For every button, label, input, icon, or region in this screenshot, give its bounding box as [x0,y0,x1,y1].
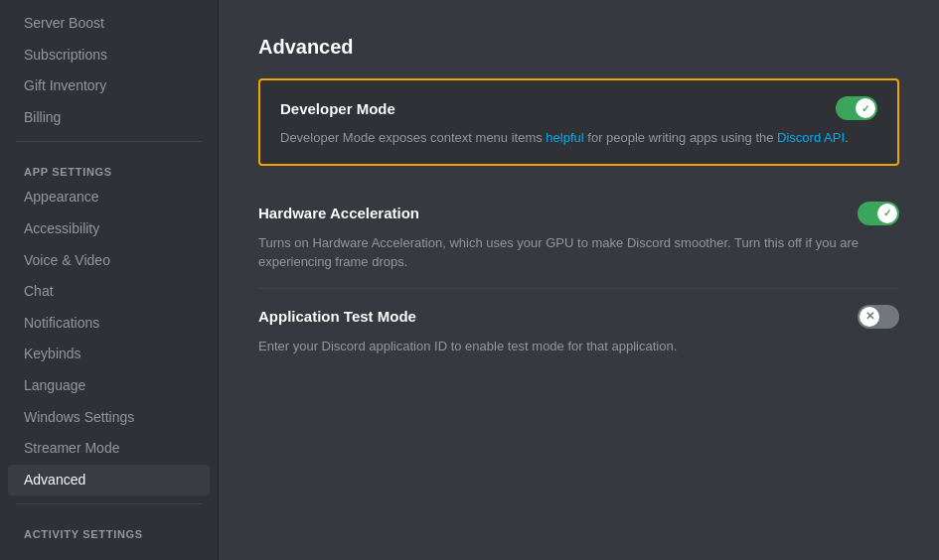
sidebar-item-label: Accessibility [24,219,99,239]
sidebar-item-label: Appearance [24,188,99,208]
application-test-mode-toggle[interactable]: ✕ [858,305,899,329]
desc-link-discord-api[interactable]: Discord API [777,130,845,145]
sidebar-item-label: Advanced [24,471,85,490]
sidebar: Server Boost Subscriptions Gift Inventor… [0,0,219,560]
sidebar-item-label: Keybinds [24,345,81,364]
desc-plain: Developer Mode exposes context menu item… [280,130,546,145]
application-test-mode-name: Application Test Mode [258,308,416,325]
check-icon: ✓ [861,103,869,114]
hardware-acceleration-desc: Turns on Hardware Acceleration, which us… [258,233,899,272]
sidebar-item-label: Streamer Mode [24,439,119,459]
application-test-mode-card: Application Test Mode ✕ Enter your Disco… [258,289,899,372]
sidebar-divider-2 [16,503,202,504]
desc-end: . [845,130,849,145]
toggle-knob-3: ✕ [860,307,879,327]
sidebar-item-label: Chat [24,282,54,302]
sidebar-item-billing[interactable]: Billing [8,102,210,134]
activity-settings-label: ACTIVITY SETTINGS [0,512,218,544]
toggle-knob: ✓ [856,98,875,118]
sidebar-item-label: Notifications [24,314,99,334]
sidebar-item-windows-settings[interactable]: Windows Settings [8,402,210,434]
hardware-acceleration-toggle[interactable]: ✓ [858,202,899,225]
desc-link-helpful[interactable]: helpful [546,130,583,145]
developer-mode-card: Developer Mode ✓ Developer Mode exposes … [258,78,899,166]
sidebar-item-label: Subscriptions [24,46,107,66]
developer-mode-row: Developer Mode ✓ [280,96,877,120]
sidebar-item-label: Server Boost [24,14,104,34]
sidebar-item-streamer-mode[interactable]: Streamer Mode [8,433,210,465]
sidebar-item-subscriptions[interactable]: Subscriptions [8,40,210,71]
sidebar-item-notifications[interactable]: Notifications [8,308,210,340]
toggle-knob-2: ✓ [877,204,897,223]
check-icon-2: ✓ [883,208,891,218]
sidebar-item-label: Language [24,376,85,396]
sidebar-divider [16,141,202,142]
hardware-acceleration-name: Hardware Acceleration [258,205,419,221]
application-test-mode-row: Application Test Mode ✕ [258,305,899,329]
sidebar-item-server-boost[interactable]: Server Boost [8,8,210,40]
sidebar-item-label: Windows Settings [24,408,134,428]
page-title: Advanced [258,36,899,59]
sidebar-item-appearance[interactable]: Appearance [8,182,210,213]
desc-mid: for people writing apps using the [584,130,777,145]
sidebar-item-label: Voice & Video [24,251,110,271]
sidebar-item-gift-inventory[interactable]: Gift Inventory [8,70,210,102]
developer-mode-desc: Developer Mode exposes context menu item… [280,128,877,148]
sidebar-item-keybinds[interactable]: Keybinds [8,339,210,370]
developer-mode-name: Developer Mode [280,100,395,117]
sidebar-item-chat[interactable]: Chat [8,276,210,308]
application-test-mode-desc: Enter your Discord application ID to ena… [258,337,899,356]
developer-mode-toggle[interactable]: ✓ [836,96,877,120]
hardware-acceleration-card: Hardware Acceleration ✓ Turns on Hardwar… [258,186,899,289]
sidebar-item-language[interactable]: Language [8,370,210,402]
sidebar-item-label: Billing [24,108,61,128]
x-icon: ✕ [865,310,874,323]
sidebar-item-label: Gift Inventory [24,76,106,96]
sidebar-item-accessibility[interactable]: Accessibility [8,213,210,245]
sidebar-item-voice-video[interactable]: Voice & Video [8,245,210,277]
sidebar-item-advanced[interactable]: Advanced [8,465,210,496]
app-settings-label: APP SETTINGS [0,150,218,182]
main-content: Advanced Developer Mode ✓ Developer Mode… [219,0,939,560]
hardware-acceleration-row: Hardware Acceleration ✓ [258,202,899,225]
